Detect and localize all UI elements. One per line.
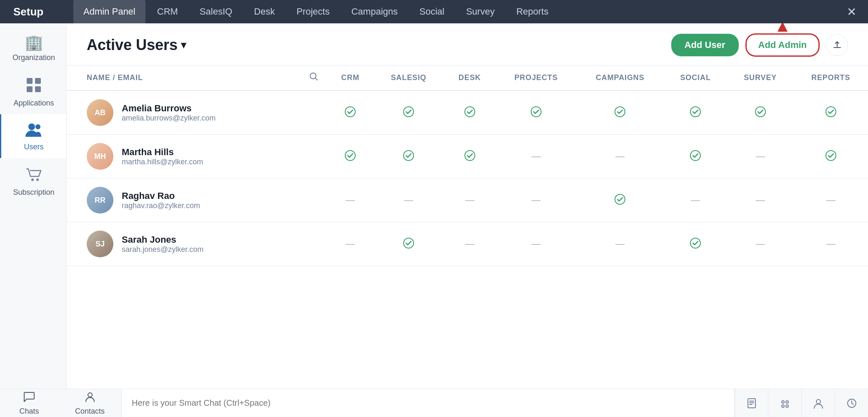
smart-chat-input[interactable] xyxy=(121,389,735,417)
person-icon-button[interactable] xyxy=(801,389,835,417)
svg-point-23 xyxy=(404,238,414,248)
table-row: MH Martha Hills martha.hills@zylker.com … xyxy=(67,135,868,178)
content-area: Active Users ▾ Add User Add Admin xyxy=(67,23,868,389)
search-col-sarah xyxy=(301,222,327,266)
svg-rect-2 xyxy=(27,86,33,92)
organization-icon: 🏢 xyxy=(25,35,43,50)
search-col-martha xyxy=(301,135,327,178)
svg-point-15 xyxy=(755,107,765,117)
users-table: NAME / EMAIL CRM SalesIQ Desk Projects xyxy=(67,65,868,266)
organization-label: Organization xyxy=(13,53,55,62)
user-name-sarah: Sarah Jones xyxy=(122,234,203,245)
add-user-button[interactable]: Add User xyxy=(671,34,739,56)
search-col-raghav xyxy=(301,178,327,222)
survey-cell-amelia xyxy=(727,90,793,135)
svg-rect-0 xyxy=(27,78,33,84)
contacts-tab[interactable]: Contacts xyxy=(58,387,121,417)
svg-point-24 xyxy=(690,238,700,248)
close-button[interactable]: ✕ xyxy=(835,5,868,19)
content-header: Active Users ▾ Add User Add Admin xyxy=(67,23,868,65)
export-button[interactable] xyxy=(826,34,848,56)
svg-point-6 xyxy=(31,178,34,181)
svg-point-12 xyxy=(531,107,541,117)
page-title: Active Users ▾ xyxy=(87,36,186,54)
reports-cell-martha xyxy=(793,135,868,178)
users-table-container: NAME / EMAIL CRM SalesIQ Desk Projects xyxy=(67,65,868,389)
svg-point-20 xyxy=(690,151,700,161)
survey-cell-raghav: — xyxy=(727,178,793,222)
svg-point-19 xyxy=(465,151,475,161)
user-cell-raghav: RR Raghav Rao raghav.rao@zylker.com xyxy=(67,178,301,222)
dropdown-chevron[interactable]: ▾ xyxy=(181,39,186,51)
user-cell-sarah: SJ Sarah Jones sarah.jones@zylker.com xyxy=(67,222,301,266)
col-search[interactable] xyxy=(301,65,327,90)
svg-point-31 xyxy=(816,399,820,404)
user-name-raghav: Raghav Rao xyxy=(122,191,200,201)
svg-point-14 xyxy=(690,107,700,117)
sidebar-item-users[interactable]: Users xyxy=(0,114,66,158)
projects-cell-sarah: — xyxy=(496,222,576,266)
chats-tab[interactable]: Chats xyxy=(0,387,58,417)
survey-cell-sarah: — xyxy=(727,222,793,266)
add-admin-button[interactable]: Add Admin xyxy=(745,33,820,57)
table-header-row: NAME / EMAIL CRM SalesIQ Desk Projects xyxy=(67,65,868,90)
arrow-indicator xyxy=(778,23,788,32)
avatar-sarah: SJ xyxy=(87,231,113,257)
user-email-raghav: raghav.rao@zylker.com xyxy=(122,201,200,210)
page-title-text: Active Users xyxy=(87,36,178,54)
nav-item-crm[interactable]: CRM xyxy=(147,0,188,23)
nav-item-campaigns[interactable]: Campaigns xyxy=(341,0,408,23)
campaigns-cell-amelia xyxy=(576,90,664,135)
col-projects: Projects xyxy=(496,65,576,90)
sidebar-item-subscription[interactable]: Subscription xyxy=(0,158,66,203)
campaigns-cell-martha: — xyxy=(576,135,664,178)
crm-cell-martha xyxy=(327,135,374,178)
nav-items: Admin Panel CRM SalesIQ Desk Projects Ca… xyxy=(67,0,835,23)
campaigns-cell-sarah: — xyxy=(576,222,664,266)
brand-logo: Setup xyxy=(0,0,67,23)
crm-cell-raghav: — xyxy=(327,178,374,222)
subscription-icon xyxy=(26,166,42,185)
header-actions: Add User Add Admin xyxy=(671,33,848,57)
desk-cell-amelia xyxy=(444,90,496,135)
svg-point-17 xyxy=(345,151,355,161)
svg-point-10 xyxy=(404,107,414,117)
svg-point-21 xyxy=(826,151,836,161)
svg-point-30 xyxy=(786,405,788,407)
reports-cell-sarah: — xyxy=(793,222,868,266)
col-campaigns: Campaigns xyxy=(576,65,664,90)
user-email-amelia: amelia.burrows@zylker.com xyxy=(122,114,216,123)
svg-point-4 xyxy=(28,123,35,130)
sidebar: 🏢 Organization Applications xyxy=(0,23,67,389)
table-row: RR Raghav Rao raghav.rao@zylker.com ————… xyxy=(67,178,868,222)
clock-icon-button[interactable] xyxy=(835,389,868,417)
doc-icon-button[interactable] xyxy=(735,389,768,417)
svg-point-27 xyxy=(782,401,784,403)
social-cell-sarah xyxy=(664,222,727,266)
user-name-amelia: Amelia Burrows xyxy=(122,103,216,114)
formula-icon-button[interactable] xyxy=(768,389,801,417)
nav-item-reports[interactable]: Reports xyxy=(506,0,558,23)
svg-point-9 xyxy=(345,107,355,117)
add-admin-container: Add Admin xyxy=(745,33,820,57)
nav-item-social[interactable]: Social xyxy=(409,0,454,23)
sidebar-item-applications[interactable]: Applications xyxy=(0,69,66,114)
nav-item-salesiq[interactable]: SalesIQ xyxy=(190,0,242,23)
avatar-raghav: RR xyxy=(87,187,113,214)
table-body: AB Amelia Burrows amelia.burrows@zylker.… xyxy=(67,90,868,266)
avatar-martha: MH xyxy=(87,143,113,170)
social-cell-raghav: — xyxy=(664,178,727,222)
nav-item-projects[interactable]: Projects xyxy=(286,0,339,23)
applications-label: Applications xyxy=(13,99,54,108)
desk-cell-martha xyxy=(444,135,496,178)
salesiq-cell-sarah xyxy=(374,222,444,266)
nav-item-admin-panel[interactable]: Admin Panel xyxy=(73,0,146,23)
nav-item-desk[interactable]: Desk xyxy=(244,0,285,23)
main-layout: 🏢 Organization Applications xyxy=(0,23,868,389)
svg-point-18 xyxy=(404,151,414,161)
sidebar-item-organization[interactable]: 🏢 Organization xyxy=(0,27,66,69)
nav-item-survey[interactable]: Survey xyxy=(456,0,504,23)
avatar-amelia: AB xyxy=(87,99,113,126)
user-name-martha: Martha Hills xyxy=(122,147,203,158)
svg-rect-3 xyxy=(35,86,41,92)
